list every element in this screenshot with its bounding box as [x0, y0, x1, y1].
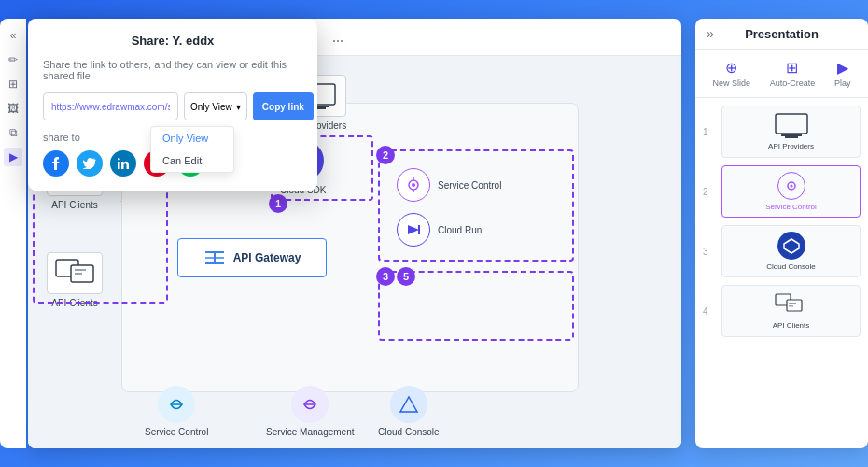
dropdown-only-view[interactable]: Only View	[151, 127, 233, 149]
slide-list: 1 API Providers 2 Service Control	[695, 98, 868, 448]
node-service-control[interactable]: Service Control	[397, 168, 501, 202]
service-control-icon	[397, 168, 430, 202]
share-dropdown-menu: Only View Can Edit	[150, 126, 234, 173]
slide-3-icon	[777, 232, 805, 260]
slide-num-4: 4	[703, 306, 714, 317]
api-clients-2-icon-box	[47, 252, 103, 294]
play-label: Play	[834, 78, 851, 88]
play-icon: ▶	[837, 59, 848, 77]
slide-item-1[interactable]: 1 API Providers	[703, 106, 861, 158]
slide-num-1: 1	[703, 127, 714, 137]
slide-thumb-2[interactable]: Service Control	[721, 165, 861, 218]
share-link-input[interactable]	[43, 92, 178, 120]
presentation-toolbar: ⊕ New Slide ⊞ Auto-Create ▶ Play	[695, 50, 868, 98]
slide-3-label: Cloud Console	[766, 262, 815, 271]
svg-point-40	[790, 185, 792, 188]
slide-1-label: API Providers	[768, 142, 814, 150]
share-modal: Share: Y. eddx Share the link to others,…	[28, 19, 317, 191]
svg-point-47	[118, 158, 120, 161]
svg-rect-36	[776, 114, 807, 134]
new-slide-label: New Slide	[712, 78, 750, 88]
api-gateway-box: API Gateway	[177, 238, 327, 277]
service-mgmt-label: Service Management	[266, 427, 355, 437]
share-modal-title: Share: Y. eddx	[43, 34, 302, 48]
svg-rect-45	[789, 305, 793, 307]
svg-rect-37	[781, 134, 802, 136]
svg-point-28	[412, 183, 415, 187]
auto-create-label: Auto-Create	[770, 78, 816, 88]
slide-num-2: 2	[703, 187, 714, 197]
linkedin-share-button[interactable]	[110, 150, 136, 177]
left-tool-present[interactable]: ▶	[4, 148, 22, 166]
share-permission-dropdown[interactable]: Only View ▾	[184, 92, 247, 120]
svg-rect-44	[789, 303, 796, 304]
svg-marker-41	[784, 239, 799, 253]
cloud-run-icon	[397, 213, 430, 247]
new-slide-icon: ⊕	[725, 59, 737, 77]
play-button[interactable]: ▶ Play	[827, 55, 859, 92]
slide-item-3[interactable]: 3 Cloud Console	[703, 225, 861, 277]
cloud-run-label: Cloud Run	[438, 225, 482, 235]
api-clients-1-label: API Clients	[51, 200, 97, 210]
cloud-console-label: Cloud Console	[378, 427, 440, 437]
service-control-bottom-icon	[158, 386, 195, 423]
slide-thumb-4[interactable]: API Clients	[721, 285, 861, 337]
node-cloud-console-bottom[interactable]: Cloud Console	[378, 386, 440, 437]
left-tool-grid[interactable]: ⊞	[4, 75, 22, 93]
node-cloud-run[interactable]: Cloud Run	[397, 213, 482, 247]
left-tool-image[interactable]: 🖼	[4, 99, 22, 118]
dropdown-arrow-icon: ▾	[236, 102, 241, 112]
twitter-share-button[interactable]	[77, 150, 103, 177]
slide-thumb-3[interactable]: Cloud Console	[721, 225, 861, 277]
slide-num-3: 3	[703, 247, 714, 257]
dropdown-can-edit[interactable]: Can Edit	[151, 149, 233, 172]
copy-link-button[interactable]: Copy link	[253, 92, 314, 120]
left-tool-expand[interactable]: «	[4, 26, 22, 45]
api-clients-2-label: API Clients	[51, 298, 97, 308]
svg-marker-31	[408, 225, 419, 234]
new-slide-button[interactable]: ⊕ New Slide	[705, 55, 758, 92]
service-mgmt-icon	[291, 386, 329, 423]
right-panel: » Presentation ⊕ New Slide ⊞ Auto-Create…	[695, 19, 868, 448]
svg-rect-20	[75, 273, 82, 275]
slide-item-4[interactable]: 4 API Clients	[703, 285, 861, 337]
badge-1: 1	[269, 194, 287, 213]
svg-marker-35	[400, 397, 417, 412]
share-modal-description: Share the link to others, and they can v…	[43, 59, 302, 81]
badge-2: 2	[376, 146, 395, 164]
share-link-row: Only View ▾ Copy link Only View Can Edit	[43, 92, 302, 120]
right-panel-header: » Presentation	[695, 19, 868, 50]
node-api-gateway[interactable]: API Gateway	[177, 238, 327, 277]
slide-2-label: Service Control	[765, 203, 817, 211]
svg-rect-46	[118, 162, 120, 169]
auto-create-icon: ⊞	[786, 59, 798, 77]
presentation-title: Presentation	[725, 27, 838, 41]
collapse-icon[interactable]: »	[707, 26, 714, 41]
api-gateway-text: API Gateway	[233, 251, 301, 264]
svg-rect-38	[785, 136, 798, 138]
left-tool-layer[interactable]: ⧉	[4, 123, 22, 142]
node-service-control-bottom[interactable]: Service Control	[145, 386, 208, 437]
service-control-bottom-label: Service Control	[145, 427, 208, 437]
facebook-share-button[interactable]	[43, 150, 69, 177]
svg-rect-19	[75, 269, 86, 271]
toolbar-more[interactable]: ⋯	[328, 31, 348, 51]
badge-3: 3	[376, 267, 395, 286]
left-toolbar: « ✏ ⊞ 🖼 ⧉ ▶	[0, 19, 26, 448]
slide-2-icon	[777, 172, 805, 200]
slide-thumb-1[interactable]: API Providers	[721, 106, 861, 158]
slide-4-label: API Clients	[773, 321, 810, 330]
auto-create-button[interactable]: ⊞ Auto-Create	[763, 55, 823, 92]
badge-5: 5	[397, 267, 415, 286]
node-api-clients-2[interactable]: API Clients	[47, 252, 103, 308]
node-service-management-bottom[interactable]: Service Management	[266, 386, 355, 437]
left-tool-pen[interactable]: ✏	[4, 50, 22, 69]
slide-item-2[interactable]: 2 Service Control	[703, 165, 861, 218]
service-control-label: Service Control	[438, 180, 501, 191]
cloud-console-icon	[390, 386, 427, 423]
